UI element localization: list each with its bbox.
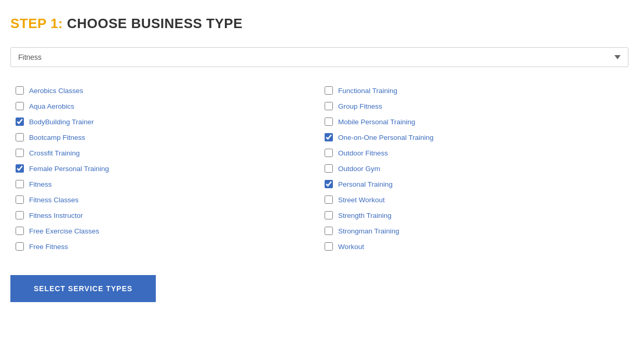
checkbox-outdoor_gym[interactable]: [325, 164, 333, 173]
checkbox-item-outdoor_fitness: Outdoor Fitness: [319, 145, 628, 161]
checkbox-item-aqua: Aqua Aerobics: [10, 98, 319, 114]
step-title: CHOOSE BUSINESS TYPE: [67, 16, 243, 31]
checkbox-label-functional[interactable]: Functional Training: [338, 87, 397, 95]
checkbox-group[interactable]: [325, 102, 333, 110]
checkbox-label-personal[interactable]: Personal Training: [338, 180, 393, 188]
checkbox-item-aerobics: Aerobics Classes: [10, 83, 319, 98]
checkbox-label-street[interactable]: Street Workout: [338, 196, 385, 204]
checkbox-label-group[interactable]: Group Fitness: [338, 102, 382, 110]
left-column: Aerobics ClassesAqua AerobicsBodyBuildin…: [10, 83, 319, 254]
checkbox-item-female: Female Personal Training: [10, 161, 319, 176]
step-label: STEP 1:: [10, 16, 63, 31]
checkbox-item-bodybuilding: BodyBuilding Trainer: [10, 114, 319, 129]
business-type-dropdown-container: FitnessHealthSportsWellness: [10, 47, 634, 67]
checkbox-item-fitness_classes: Fitness Classes: [10, 192, 319, 207]
checkbox-fitness[interactable]: [16, 180, 24, 188]
checkbox-fitness_instructor[interactable]: [16, 211, 24, 219]
checkbox-strength[interactable]: [325, 211, 333, 219]
checkbox-label-one_on_one[interactable]: One-on-One Personal Training: [338, 134, 434, 141]
checkbox-female[interactable]: [16, 164, 24, 173]
checkbox-item-street: Street Workout: [319, 192, 628, 207]
checkbox-functional[interactable]: [325, 86, 333, 95]
checkbox-label-aqua[interactable]: Aqua Aerobics: [29, 102, 74, 110]
checkbox-label-workout[interactable]: Workout: [338, 243, 364, 251]
business-type-select[interactable]: FitnessHealthSportsWellness: [10, 47, 628, 67]
checkbox-aerobics[interactable]: [16, 86, 24, 95]
checkbox-item-one_on_one: One-on-One Personal Training: [319, 129, 628, 145]
checkbox-bodybuilding[interactable]: [16, 118, 24, 126]
checkbox-label-female[interactable]: Female Personal Training: [29, 165, 109, 173]
checkbox-street[interactable]: [325, 195, 333, 204]
checkbox-label-aerobics[interactable]: Aerobics Classes: [29, 87, 83, 95]
checkbox-item-functional: Functional Training: [319, 83, 628, 98]
checkbox-label-fitness_classes[interactable]: Fitness Classes: [29, 196, 78, 204]
checkbox-label-bootcamp[interactable]: Bootcamp Fitness: [29, 134, 85, 141]
checkbox-free_exercise[interactable]: [16, 227, 24, 235]
checkbox-mobile[interactable]: [325, 118, 333, 126]
checkbox-bootcamp[interactable]: [16, 133, 24, 141]
checkbox-label-fitness_instructor[interactable]: Fitness Instructor: [29, 212, 83, 219]
checkbox-label-mobile[interactable]: Mobile Personal Training: [338, 118, 415, 126]
checkbox-item-crossfit: Crossfit Training: [10, 145, 319, 161]
select-service-types-button[interactable]: SELECT SERVICE TYPES: [10, 275, 156, 302]
checkbox-item-outdoor_gym: Outdoor Gym: [319, 161, 628, 176]
checkbox-workout[interactable]: [325, 242, 333, 251]
service-types-grid: Aerobics ClassesAqua AerobicsBodyBuildin…: [10, 83, 628, 254]
checkbox-label-outdoor_fitness[interactable]: Outdoor Fitness: [338, 149, 388, 157]
checkbox-item-strongman: Strongman Training: [319, 223, 628, 239]
checkbox-label-crossfit[interactable]: Crossfit Training: [29, 149, 80, 157]
checkbox-item-workout: Workout: [319, 239, 628, 254]
checkbox-personal[interactable]: [325, 180, 333, 188]
page-title: STEP 1: CHOOSE BUSINESS TYPE: [10, 16, 634, 32]
checkbox-aqua[interactable]: [16, 102, 24, 110]
checkbox-one_on_one[interactable]: [325, 133, 333, 141]
checkbox-label-strength[interactable]: Strength Training: [338, 212, 392, 219]
checkbox-item-mobile: Mobile Personal Training: [319, 114, 628, 129]
checkbox-label-outdoor_gym[interactable]: Outdoor Gym: [338, 165, 380, 173]
checkbox-item-personal: Personal Training: [319, 176, 628, 192]
checkbox-item-fitness_instructor: Fitness Instructor: [10, 207, 319, 223]
checkbox-label-fitness[interactable]: Fitness: [29, 180, 52, 188]
checkbox-label-free_fitness[interactable]: Free Fitness: [29, 243, 68, 251]
checkbox-free_fitness[interactable]: [16, 242, 24, 251]
checkbox-strongman[interactable]: [325, 227, 333, 235]
checkbox-item-strength: Strength Training: [319, 207, 628, 223]
checkbox-item-free_fitness: Free Fitness: [10, 239, 319, 254]
checkbox-item-group: Group Fitness: [319, 98, 628, 114]
checkbox-fitness_classes[interactable]: [16, 195, 24, 204]
checkbox-item-fitness: Fitness: [10, 176, 319, 192]
checkbox-item-bootcamp: Bootcamp Fitness: [10, 129, 319, 145]
checkbox-outdoor_fitness[interactable]: [325, 149, 333, 157]
checkbox-label-bodybuilding[interactable]: BodyBuilding Trainer: [29, 118, 94, 126]
checkbox-label-strongman[interactable]: Strongman Training: [338, 227, 399, 235]
checkbox-crossfit[interactable]: [16, 149, 24, 157]
checkbox-item-free_exercise: Free Exercise Classes: [10, 223, 319, 239]
right-column: Functional TrainingGroup FitnessMobile P…: [319, 83, 628, 254]
checkbox-label-free_exercise[interactable]: Free Exercise Classes: [29, 227, 99, 235]
